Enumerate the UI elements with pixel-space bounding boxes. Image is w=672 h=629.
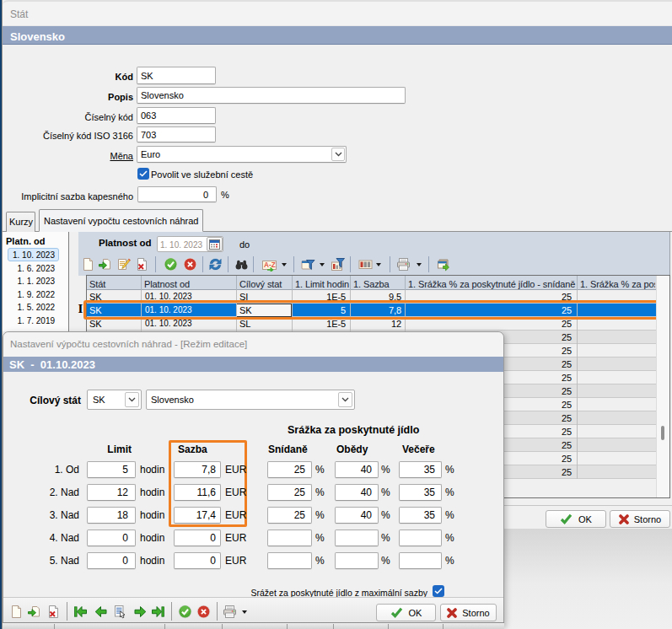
- svg-text:A-Z: A-Z: [264, 261, 276, 269]
